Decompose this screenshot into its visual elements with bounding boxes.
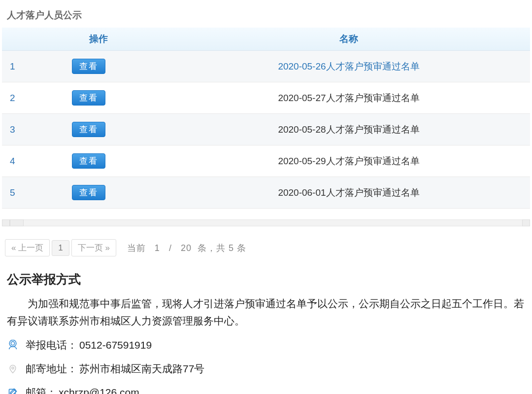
table-row: 5查看2020-06-01人才落户预审通过名单 <box>2 177 530 209</box>
report-heading: 公示举报方式 <box>0 271 532 295</box>
phone-value: 0512-67591919 <box>79 339 152 351</box>
row-op-cell: 查看 <box>30 145 167 177</box>
contact-mail-row: 邮箱： xchrzp@126.com <box>7 386 525 394</box>
addr-label: 邮寄地址： <box>26 362 77 376</box>
horizontal-scrollbar[interactable] <box>0 219 532 226</box>
row-index: 5 <box>2 177 30 209</box>
table-row: 3查看2020-05-28人才落户预审通过名单 <box>2 114 530 145</box>
row-index: 3 <box>2 114 30 145</box>
phone-icon <box>7 339 19 351</box>
table-row: 4查看2020-05-29人才落户预审通过名单 <box>2 145 530 177</box>
mail-icon <box>7 387 19 394</box>
row-name-cell: 2020-05-27人才落户预审通过名单 <box>167 82 530 114</box>
row-name-cell: 2020-05-28人才落户预审通过名单 <box>167 114 530 145</box>
mail-value: xchrzp@126.com <box>59 387 139 394</box>
row-op-cell: 查看 <box>30 51 167 82</box>
row-name-cell: 2020-05-26人才落户预审通过名单 <box>167 51 530 82</box>
row-name-cell: 2020-05-29人才落户预审通过名单 <box>167 145 530 177</box>
col-header-index <box>2 28 30 51</box>
row-op-cell: 查看 <box>30 82 167 114</box>
phone-label: 举报电话： <box>26 338 77 352</box>
view-button[interactable]: 查看 <box>72 153 105 169</box>
svg-point-1 <box>9 340 16 347</box>
report-paragraph: 为加强和规范事中事后监管，现将人才引进落户预审通过名单予以公示，公示期自公示之日… <box>0 295 532 338</box>
page-info: 当前 1 / 20 条，共 5 条 <box>127 242 246 254</box>
addr-value: 苏州市相城区南天成路77号 <box>79 362 204 376</box>
table-row: 1查看2020-05-26人才落户预审通过名单 <box>2 51 530 82</box>
row-title-link[interactable]: 2020-05-29人才落户预审通过名单 <box>278 156 419 166</box>
table-header-row: 操作 名称 <box>2 28 530 51</box>
contact-address-row: 邮寄地址： 苏州市相城区南天成路77号 <box>7 362 525 376</box>
row-index: 2 <box>2 82 30 114</box>
svg-point-2 <box>12 367 14 369</box>
view-button[interactable]: 查看 <box>72 59 105 74</box>
col-header-name: 名称 <box>167 28 530 51</box>
page-title: 人才落户人员公示 <box>0 0 532 28</box>
table-row: 2查看2020-05-27人才落户预审通过名单 <box>2 82 530 114</box>
row-index: 1 <box>2 51 30 82</box>
col-header-op: 操作 <box>30 28 167 51</box>
mail-label: 邮箱： <box>26 386 57 394</box>
row-title-link[interactable]: 2020-05-28人才落户预审通过名单 <box>278 124 419 135</box>
row-title-link[interactable]: 2020-05-26人才落户预审通过名单 <box>278 61 419 72</box>
view-button[interactable]: 查看 <box>72 122 105 137</box>
location-icon <box>7 363 19 375</box>
publicity-table: 操作 名称 1查看2020-05-26人才落户预审通过名单2查看2020-05-… <box>0 28 532 209</box>
pagination: « 上一页 1 下一页 » 当前 1 / 20 条，共 5 条 <box>0 239 532 271</box>
contact-list: 举报电话： 0512-67591919 邮寄地址： 苏州市相城区南天成路77号 … <box>0 338 532 394</box>
prev-page-button[interactable]: « 上一页 <box>5 239 50 256</box>
view-button[interactable]: 查看 <box>72 90 105 106</box>
svg-point-0 <box>11 342 14 345</box>
row-title-link[interactable]: 2020-06-01人才落户预审通过名单 <box>278 187 419 198</box>
row-index: 4 <box>2 145 30 177</box>
page-number-current[interactable]: 1 <box>52 240 69 256</box>
view-button[interactable]: 查看 <box>72 185 105 200</box>
row-name-cell: 2020-06-01人才落户预审通过名单 <box>167 177 530 209</box>
row-op-cell: 查看 <box>30 177 167 209</box>
row-title-link[interactable]: 2020-05-27人才落户预审通过名单 <box>278 93 419 103</box>
next-page-button[interactable]: 下一页 » <box>71 239 116 256</box>
row-op-cell: 查看 <box>30 114 167 145</box>
contact-phone-row: 举报电话： 0512-67591919 <box>7 338 525 352</box>
